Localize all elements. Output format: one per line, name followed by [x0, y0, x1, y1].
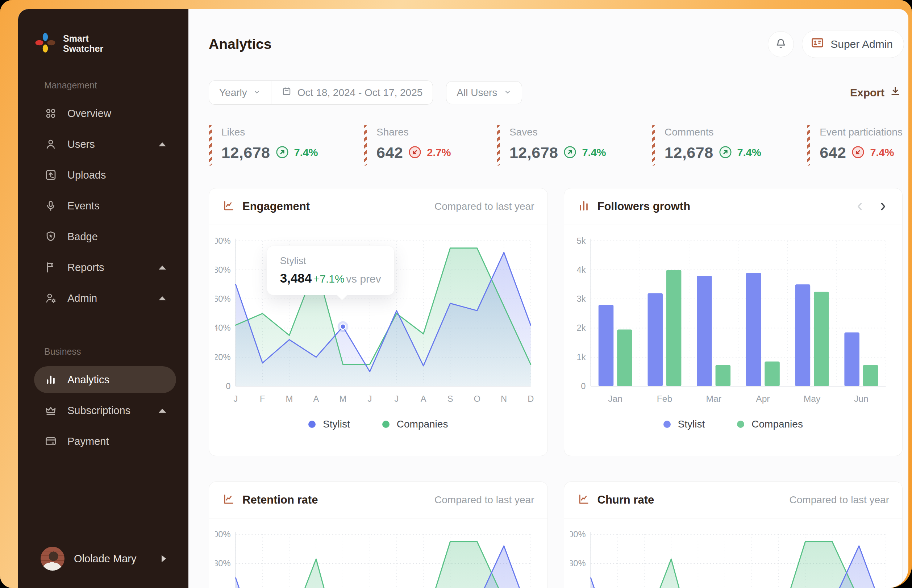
- export-button[interactable]: Export: [850, 86, 904, 100]
- stat-label: Saves: [509, 126, 606, 138]
- svg-text:4k: 4k: [576, 265, 586, 275]
- chevron-right-icon[interactable]: [877, 200, 889, 213]
- card-title: Churn rate: [597, 493, 654, 507]
- sidebar-item-label: Overview: [68, 108, 111, 120]
- card-note: Compared to last year: [789, 494, 889, 506]
- chevron-up-icon[interactable]: [159, 409, 166, 413]
- sidebar-section-business: Business: [44, 346, 176, 357]
- grid-icon: [44, 107, 57, 120]
- stat-stripe: [497, 125, 500, 166]
- chevron-right-icon[interactable]: [161, 555, 166, 562]
- stat-value: 12,678: [221, 144, 270, 162]
- svg-text:20%: 20%: [215, 352, 231, 362]
- date-range-value: Oct 18, 2024 - Oct 17, 2025: [297, 87, 423, 99]
- stat-stripe: [807, 125, 810, 166]
- legend-label: Companies: [752, 418, 803, 430]
- svg-text:J: J: [233, 394, 238, 404]
- audience-select[interactable]: All Users: [446, 81, 522, 104]
- card-title: Engagement: [242, 200, 310, 213]
- sidebar-user[interactable]: Ololade Mary: [34, 547, 176, 570]
- svg-text:A: A: [313, 394, 319, 404]
- svg-text:40%: 40%: [215, 323, 231, 333]
- churn-rate-chart[interactable]: 020%40%60%80%100%JFMAMJJASOND: [570, 526, 893, 588]
- chevron-down-icon: [253, 87, 261, 99]
- retention-rate-chart[interactable]: 020%40%60%80%100%JFMAMJJASOND: [215, 526, 538, 588]
- trend-up-icon: [563, 145, 577, 160]
- legend-dot: [308, 421, 316, 428]
- shield-star-icon: [44, 230, 57, 243]
- engagement-chart-area: 020%40%60%80%100%JFMAMJJASOND Stylist 3,…: [209, 225, 547, 411]
- chevron-left-icon[interactable]: [854, 200, 866, 213]
- followers-chart-area: 01k2k3k4k5kJanFebMarAprMayJun: [564, 225, 902, 411]
- sidebar-item-users[interactable]: Users: [34, 131, 176, 158]
- legend-item-companies: Companies: [382, 418, 448, 430]
- tooltip-series: Stylist: [280, 255, 381, 267]
- svg-text:80%: 80%: [215, 559, 231, 568]
- avatar: [40, 547, 65, 570]
- chart-legend: Stylist Companies: [209, 418, 547, 430]
- svg-text:Jan: Jan: [608, 394, 623, 404]
- stat-label: Likes: [221, 126, 318, 138]
- svg-text:5k: 5k: [576, 236, 586, 246]
- trend-down-icon: [408, 145, 422, 160]
- sidebar-item-uploads[interactable]: Uploads: [34, 162, 176, 188]
- svg-text:3k: 3k: [576, 294, 586, 304]
- stat-percent: 2.7%: [427, 147, 451, 159]
- sidebar-item-label: Events: [68, 200, 100, 212]
- stat-saves: Saves 12,678 7.4%: [497, 125, 606, 166]
- period-select[interactable]: Yearly: [209, 81, 271, 104]
- tooltip-value: 3,484: [280, 271, 312, 285]
- churn-chart-area: 020%40%60%80%100%JFMAMJJASOND: [564, 519, 902, 588]
- notifications-button[interactable]: [768, 31, 794, 57]
- stat-percent: 7.4%: [738, 147, 761, 159]
- flag-icon: [44, 261, 57, 274]
- sidebar-item-label: Badge: [68, 231, 98, 243]
- bar-chart-icon: [577, 199, 590, 214]
- sidebar-item-label: Subscriptions: [68, 405, 131, 417]
- stat-event-participations: Event particiations 642 7.4%: [807, 125, 902, 166]
- svg-text:0: 0: [581, 381, 586, 391]
- brand-logo-icon: [35, 32, 56, 55]
- stat-stripe: [364, 125, 367, 166]
- svg-text:May: May: [803, 394, 820, 404]
- sidebar-item-admin[interactable]: Admin: [34, 285, 176, 312]
- chevron-up-icon[interactable]: [159, 142, 166, 146]
- chevron-up-icon[interactable]: [159, 296, 166, 300]
- svg-text:Jun: Jun: [854, 394, 868, 404]
- legend-label: Stylist: [323, 418, 350, 430]
- engagement-card: Engagement Compared to last year 020%40%…: [209, 188, 548, 456]
- legend-divider: [366, 419, 366, 430]
- card-title: Retention rate: [242, 493, 318, 507]
- date-range-picker[interactable]: Oct 18, 2024 - Oct 17, 2025: [271, 81, 433, 104]
- account-button[interactable]: Super Admin: [802, 30, 904, 58]
- sidebar-item-reports[interactable]: Reports: [34, 254, 176, 281]
- sidebar-item-badge[interactable]: Badge: [34, 223, 176, 250]
- sidebar-item-overview[interactable]: Overview: [34, 100, 176, 127]
- sidebar-item-payment[interactable]: Payment: [34, 428, 176, 455]
- sidebar-item-analytics[interactable]: Analytics: [34, 366, 176, 393]
- churn-rate-card: Churn rate Compared to last year 020%40%…: [564, 481, 903, 588]
- period-value: Yearly: [219, 87, 247, 99]
- sidebar-section-management: Management: [44, 80, 176, 90]
- trend-down-icon: [851, 145, 865, 160]
- filters-row: Yearly Oct 18, 2024 - Oct 17, 2025 All U…: [209, 81, 904, 105]
- account-label: Super Admin: [830, 38, 893, 50]
- svg-text:D: D: [528, 394, 534, 404]
- followers-growth-chart[interactable]: 01k2k3k4k5kJanFebMarAprMayJun: [570, 232, 893, 411]
- card-note: Compared to last year: [434, 201, 534, 212]
- sidebar: SmartSwatcher Management Overview Users …: [18, 9, 189, 588]
- svg-text:M: M: [339, 394, 347, 404]
- cards-grid: Engagement Compared to last year 020%40%…: [209, 188, 904, 588]
- sidebar-item-subscriptions[interactable]: Subscriptions: [34, 397, 176, 424]
- tooltip-delta: +7.1%: [313, 273, 345, 285]
- stat-shares: Shares 642 2.7%: [364, 125, 451, 166]
- chart-legend: Stylist Companies: [564, 418, 902, 430]
- sidebar-item-events[interactable]: Events: [34, 192, 176, 219]
- sidebar-item-label: Users: [68, 138, 95, 150]
- legend-label: Stylist: [678, 418, 705, 430]
- stat-percent: 7.4%: [870, 147, 894, 159]
- sidebar-item-label: Reports: [68, 262, 104, 273]
- chevron-up-icon[interactable]: [159, 266, 166, 270]
- legend-item-stylist: Stylist: [308, 418, 350, 430]
- svg-text:J: J: [368, 394, 372, 404]
